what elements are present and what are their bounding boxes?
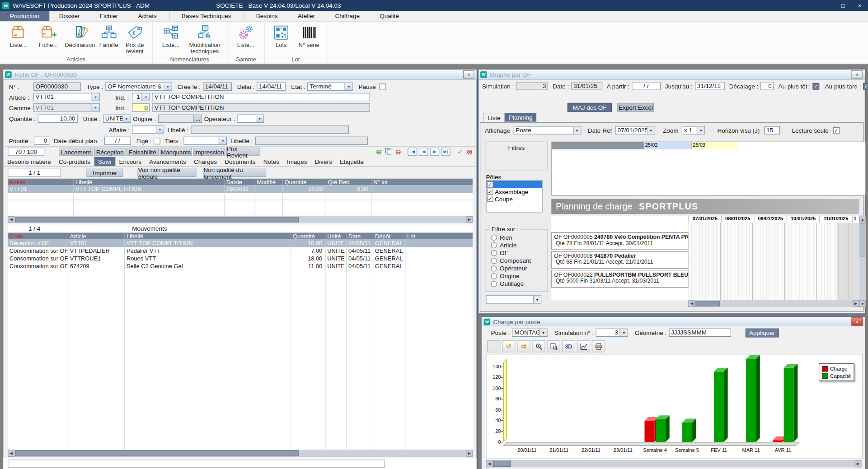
menu-qualite[interactable]: Qualité: [370, 11, 409, 21]
filtre-operateur-radio[interactable]: Opérateur: [491, 265, 531, 272]
scroll-right-icon[interactable]: ▶: [466, 450, 473, 457]
horizon-field[interactable]: 15: [764, 126, 779, 134]
menu-dossier[interactable]: Dossier: [49, 11, 90, 21]
voir-non-qualite-button[interactable]: Voir non qualité globale: [137, 169, 196, 177]
menu-achats[interactable]: Achats: [128, 11, 166, 21]
a-partir-field[interactable]: / /: [632, 82, 661, 90]
charge-titlebar[interactable]: W Charge par poste ×: [482, 317, 865, 327]
export-excel-button[interactable]: Export Excel: [617, 102, 654, 111]
pole-item[interactable]: ✓ Assemblage: [487, 188, 542, 195]
fiche-of-titlebar[interactable]: W Fiche OF : OF0000030 ×: [3, 70, 476, 79]
gamme-select[interactable]: VTT01▼: [33, 103, 100, 111]
lecture-seule-checkbox[interactable]: ✓: [833, 127, 840, 134]
rotate-icon[interactable]: ↺: [502, 340, 515, 352]
article-libelle-field[interactable]: VTT TOP COMPETITION: [152, 93, 370, 101]
tab-lancement[interactable]: Lancement: [59, 148, 93, 156]
delai-field[interactable]: 14/04/11: [257, 83, 286, 91]
libelle3-field[interactable]: [255, 137, 368, 145]
priorite-field[interactable]: 0: [34, 137, 49, 145]
validate-icon[interactable]: ✓: [457, 148, 463, 155]
mouvement-row[interactable]: Consommation sur OFVTTROUE1 Roues VTT18.…: [8, 255, 473, 263]
articles-famille-button[interactable]: Famille: [97, 23, 121, 55]
au-plus-tot-checkbox[interactable]: ✓: [813, 83, 820, 89]
pole-checkbox[interactable]: ✓: [487, 189, 493, 195]
next-record-icon[interactable]: ▶: [430, 148, 440, 156]
mouvements-table-empty-rows[interactable]: [8, 270, 473, 450]
origine-browse-button[interactable]: ...: [194, 115, 202, 123]
timeline-cell-gray[interactable]: [552, 142, 643, 149]
scroll-thumb[interactable]: [493, 461, 511, 467]
articles-fiche-button[interactable]: Fiche...: [33, 23, 63, 55]
filtre-value-select[interactable]: ▼: [486, 295, 541, 303]
mouvements-table-header[interactable]: CodeArticle LibelléQuantité UnitéDate Dé…: [8, 233, 473, 240]
scroll-thumb[interactable]: [695, 301, 720, 306]
charge-h-scrollbar[interactable]: ◀ ▶: [486, 460, 861, 467]
shift-plus-icon[interactable]: ⇉: [517, 340, 530, 352]
scroll-thumb[interactable]: [860, 223, 865, 257]
type-select[interactable]: OF Nomenclature & Gamme▼: [105, 83, 172, 91]
filtre-rien-radio[interactable]: Rien: [491, 234, 531, 241]
filtre-of-radio[interactable]: OF: [491, 250, 531, 256]
planning-of-card[interactable]: OF OF0000022 PULLSPORTBM PULLSPORT BLEU …: [551, 270, 688, 288]
filtre-origine-radio[interactable]: Origine: [491, 273, 531, 279]
graphe-close-icon[interactable]: ×: [851, 70, 863, 79]
zoom-in-icon[interactable]: [532, 340, 545, 352]
menu-fichier[interactable]: Fichier: [90, 11, 128, 21]
au-plus-tard-checkbox[interactable]: ✓: [863, 83, 868, 89]
prev-record-icon[interactable]: ◀: [419, 148, 428, 156]
planning-of-card[interactable]: OF OF0000008 941870 Pedalier Qté 68 Fin …: [551, 251, 688, 269]
charge-close-icon[interactable]: ×: [851, 317, 863, 325]
last-record-icon[interactable]: ▶|: [441, 148, 450, 156]
nomenclatures-liste-button[interactable]: Liste...: [156, 23, 186, 55]
tab-planning[interactable]: Planning: [505, 113, 536, 122]
timeline-cell-mar[interactable]: 25/03: [691, 142, 738, 149]
copy-record-icon[interactable]: [385, 148, 392, 156]
date-debut-field[interactable]: / /: [104, 137, 131, 145]
gamme-liste-button[interactable]: Liste...: [231, 23, 261, 55]
articles-prix-revient-button[interactable]: € Prix de revient: [121, 23, 149, 55]
geometrie-field[interactable]: JJJJSSMMM: [669, 329, 731, 337]
filtre-article-radio[interactable]: Article: [491, 241, 531, 248]
pause-checkbox[interactable]: [379, 83, 386, 90]
decalage-field[interactable]: 0: [760, 82, 774, 90]
planning-of-card[interactable]: OF OF0000005 249780 Vélo Compétition PEN…: [551, 232, 688, 250]
affaire-select[interactable]: ▼: [132, 125, 164, 134]
scroll-left-icon[interactable]: ◀: [486, 460, 493, 467]
jusquau-field[interactable]: 31/12/12: [695, 82, 725, 90]
menu-atelier[interactable]: Atelier: [288, 11, 325, 21]
add-record-icon[interactable]: ⊕: [376, 148, 382, 155]
suivi-h-scrollbar[interactable]: ◀ ▶: [8, 216, 473, 223]
menu-besoins[interactable]: Besoins: [246, 11, 288, 21]
close-button[interactable]: ×: [851, 0, 868, 11]
planning-grid[interactable]: [688, 223, 859, 301]
pole-checkbox[interactable]: ✓: [487, 181, 493, 187]
numero-serie-button[interactable]: N° série: [295, 23, 324, 55]
tab-besoins-matiere[interactable]: Besoins matière: [3, 157, 55, 166]
delete-record-icon[interactable]: ⊖: [395, 148, 401, 155]
tab-co-produits[interactable]: Co-produits: [55, 157, 94, 166]
zoom-page-icon[interactable]: [547, 340, 560, 352]
tab-documents[interactable]: Documents: [221, 157, 259, 166]
suivi-table-header[interactable]: ArticleLibellé SaisieModifié QuantitéQté…: [8, 179, 473, 186]
fiche-h-scrollbar[interactable]: ◀ ▶: [8, 450, 473, 457]
lots-button[interactable]: Lots: [268, 23, 295, 55]
filtre-composant-radio[interactable]: Composant: [491, 257, 531, 264]
3d-toggle-button[interactable]: 3D: [562, 340, 575, 352]
scroll-left-icon[interactable]: ◀: [8, 216, 14, 223]
tab-encours[interactable]: Encours: [115, 157, 145, 166]
scroll-left-icon[interactable]: ◀: [688, 300, 695, 307]
suivi-table-row[interactable]: VTT01VTT TOP COMPETITION 29/04/11 10.000…: [8, 185, 473, 193]
tab-prix-revient[interactable]: Prix Revient: [226, 148, 260, 156]
tab-divers[interactable]: Divers: [311, 157, 336, 166]
scroll-thumb[interactable]: [15, 217, 299, 222]
line-chart-icon[interactable]: [577, 340, 590, 352]
cree-field[interactable]: 14/04/11: [203, 83, 232, 91]
tab-images[interactable]: Images: [283, 157, 311, 166]
affichage-select[interactable]: Poste▼: [513, 126, 581, 134]
num-field[interactable]: OF0000030: [33, 83, 81, 91]
tab-manquants[interactable]: Manquants: [160, 148, 192, 156]
timeline-cell-feb[interactable]: 25/02: [643, 142, 691, 149]
print-icon[interactable]: [592, 340, 605, 352]
date-ref-select[interactable]: 07/01/2025▼: [615, 126, 655, 134]
fige-checkbox[interactable]: [154, 137, 160, 144]
